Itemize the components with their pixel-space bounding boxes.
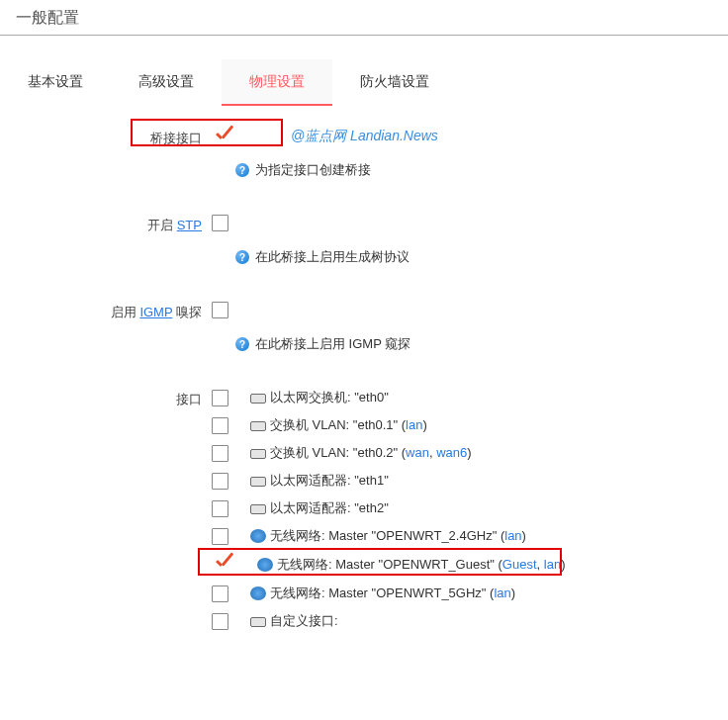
network-link[interactable]: wan6 <box>436 445 467 460</box>
help-igmp: 在此桥接上启用 IGMP 窥探 <box>235 335 728 353</box>
interface-label: 以太网适配器: "eth1" <box>270 472 389 490</box>
tab-basic[interactable]: 基本设置 <box>0 59 111 106</box>
network-link[interactable]: Guest <box>502 557 537 572</box>
network-link[interactable]: wan <box>406 445 429 460</box>
interface-checkbox[interactable] <box>212 473 228 490</box>
ethernet-icon <box>250 391 266 405</box>
interface-item: 以太网交换机: "eth0" <box>212 389 565 406</box>
ethernet-icon <box>250 474 266 488</box>
wifi-icon <box>250 586 266 600</box>
interface-label: 以太网交换机: "eth0" <box>270 389 389 406</box>
help-icon <box>235 337 249 351</box>
interface-label: 交换机 VLAN: "eth0.1" (lan) <box>270 416 427 434</box>
interface-label: 交换机 VLAN: "eth0.2" (wan, wan6) <box>270 444 472 462</box>
interface-item: 自定义接口: <box>212 612 565 630</box>
watermark-text: @蓝点网 Landian.News <box>291 128 438 145</box>
ethernet-icon <box>250 614 266 628</box>
interface-item: 交换机 VLAN: "eth0.2" (wan, wan6) <box>212 444 565 462</box>
help-bridge: 为指定接口创建桥接 <box>235 161 728 179</box>
help-text-igmp: 在此桥接上启用 IGMP 窥探 <box>255 335 410 353</box>
ethernet-icon <box>250 446 266 460</box>
interface-checkbox[interactable] <box>212 528 228 545</box>
label-igmp-prefix: 启用 <box>111 305 140 319</box>
tab-firewall[interactable]: 防火墙设置 <box>332 59 457 106</box>
tab-advanced[interactable]: 高级设置 <box>111 59 222 106</box>
interface-item: 交换机 VLAN: "eth0.1" (lan) <box>212 416 565 434</box>
checkbox-stp[interactable] <box>212 215 228 231</box>
row-bridge: 桥接接口 @蓝点网 Landian.News <box>0 128 728 147</box>
interface-list: 以太网交换机: "eth0"交换机 VLAN: "eth0.1" (lan)交换… <box>212 389 565 640</box>
interface-checkbox[interactable] <box>212 585 228 602</box>
wifi-icon <box>257 558 273 572</box>
interface-checkbox[interactable] <box>212 417 228 434</box>
interface-item: 无线网络: Master "OPENWRT_2.4GHz" (lan) <box>212 527 565 545</box>
help-stp: 在此桥接上启用生成树协议 <box>235 248 728 266</box>
page-title: 一般配置 <box>0 0 728 36</box>
interface-label: 无线网络: Master "OPENWRT_Guest" (Guest, lan… <box>277 556 565 574</box>
row-stp: 开启 STP <box>0 215 728 234</box>
help-icon <box>235 163 249 177</box>
help-text-stp: 在此桥接上启用生成树协议 <box>255 248 410 266</box>
checkbox-igmp[interactable] <box>212 302 228 318</box>
tabs: 基本设置 高级设置 物理设置 防火墙设置 <box>0 36 728 106</box>
label-interfaces: 接口 <box>0 389 212 408</box>
interface-label: 无线网络: Master "OPENWRT_2.4GHz" (lan) <box>270 527 526 545</box>
tab-physical[interactable]: 物理设置 <box>222 59 332 106</box>
network-link[interactable]: lan <box>544 557 561 572</box>
row-interfaces: 接口 以太网交换机: "eth0"交换机 VLAN: "eth0.1" (lan… <box>0 389 728 640</box>
interface-checkbox[interactable] <box>212 613 228 630</box>
interface-checkbox[interactable] <box>212 445 228 462</box>
link-igmp[interactable]: IGMP <box>139 305 172 319</box>
wifi-icon <box>250 529 266 543</box>
link-stp[interactable]: STP <box>177 218 202 232</box>
label-stp-prefix: 开启 <box>147 218 177 232</box>
label-igmp: 启用 IGMP 嗅探 <box>0 302 212 321</box>
interface-item: 无线网络: Master "OPENWRT_Guest" (Guest, lan… <box>212 555 565 575</box>
interface-label: 以太网适配器: "eth2" <box>270 499 389 517</box>
label-bridge: 桥接接口 <box>0 128 212 147</box>
interface-label: 自定义接口: <box>270 612 338 630</box>
help-icon <box>235 250 249 264</box>
network-link[interactable]: lan <box>504 528 521 543</box>
interface-item: 以太网适配器: "eth1" <box>212 472 565 490</box>
help-text-bridge: 为指定接口创建桥接 <box>255 161 371 179</box>
interface-checkbox[interactable] <box>212 500 228 517</box>
interface-checkbox[interactable] <box>212 390 228 406</box>
network-link[interactable]: lan <box>406 417 422 432</box>
interface-item: 以太网适配器: "eth2" <box>212 499 565 517</box>
row-igmp: 启用 IGMP 嗅探 <box>0 302 728 321</box>
label-stp: 开启 STP <box>0 215 212 234</box>
label-igmp-suffix: 嗅探 <box>172 305 202 319</box>
checkbox-bridge[interactable] <box>212 128 235 147</box>
ethernet-icon <box>250 501 266 515</box>
interface-item: 无线网络: Master "OPENWRT_5GHz" (lan) <box>212 585 565 602</box>
ethernet-icon <box>250 418 266 432</box>
interface-checkbox[interactable] <box>212 555 235 575</box>
network-link[interactable]: lan <box>494 585 510 600</box>
interface-label: 无线网络: Master "OPENWRT_5GHz" (lan) <box>270 585 515 602</box>
